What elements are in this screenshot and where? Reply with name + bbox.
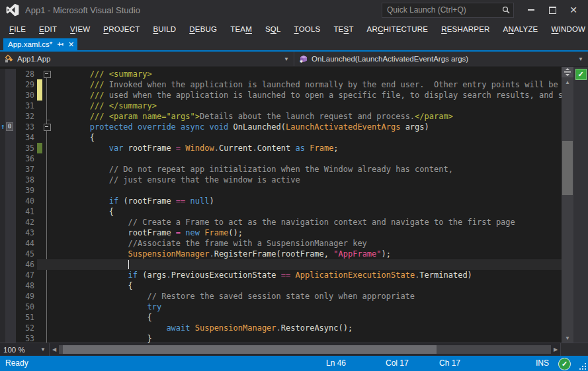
code-text[interactable]: // Do not repeat app initialization when… — [52, 164, 562, 175]
code-line-51[interactable]: 51 { — [0, 312, 562, 323]
code-text[interactable]: { — [52, 206, 562, 217]
code-text[interactable]: // Restore the saved session state only … — [52, 291, 562, 302]
menu-item-resharper[interactable]: RESHARPER — [435, 25, 496, 33]
code-line-32[interactable]: 32 /// <param name="args">Details about … — [0, 111, 562, 122]
breakpoint-margin[interactable] — [0, 302, 5, 312]
code-line-37[interactable]: 37 // Do not repeat app initialization w… — [0, 164, 562, 175]
breakpoint-margin[interactable] — [0, 185, 5, 196]
menu-item-tools[interactable]: TOOLS — [288, 25, 327, 33]
menu-item-view[interactable]: VIEW — [63, 25, 97, 33]
menu-item-file[interactable]: FILE — [3, 25, 32, 33]
code-text[interactable]: { — [52, 312, 562, 323]
menu-item-build[interactable]: BUILD — [146, 25, 183, 33]
code-text[interactable]: { — [52, 132, 562, 143]
breakpoint-margin[interactable] — [0, 249, 5, 259]
horizontal-scroll-track[interactable] — [59, 345, 551, 354]
breakpoint-margin[interactable] — [0, 323, 5, 333]
code-line-48[interactable]: 48 { — [0, 280, 562, 291]
breakpoint-margin[interactable] — [0, 259, 5, 270]
menu-item-test[interactable]: TEST — [327, 25, 360, 33]
menu-item-window[interactable]: WINDOW — [544, 25, 588, 33]
menu-item-project[interactable]: PROJECT — [97, 25, 146, 33]
quick-launch-input[interactable]: Quick Launch (Ctrl+Q) — [382, 3, 514, 18]
code-line-46[interactable]: 46 — [0, 259, 562, 270]
code-line-33[interactable]: ↑033 protected override async void OnLau… — [0, 122, 562, 132]
code-text[interactable] — [52, 153, 562, 164]
scroll-left-arrow[interactable]: ◀ — [50, 343, 59, 356]
type-dropdown[interactable]: App1.App ▼ — [0, 52, 294, 66]
menu-item-debug[interactable]: DEBUG — [183, 25, 224, 33]
breakpoint-margin[interactable] — [0, 79, 5, 90]
collapse-region-button[interactable] — [44, 71, 51, 78]
code-text[interactable]: { — [52, 280, 562, 291]
member-dropdown[interactable]: ✱ OnLaunched(LaunchActivatedEventArgs ar… — [294, 52, 588, 66]
menu-item-team[interactable]: TEAM — [224, 25, 259, 33]
resize-grip[interactable] — [579, 363, 587, 370]
code-text[interactable]: /// <param name="args">Details about the… — [52, 111, 562, 122]
menu-item-edit[interactable]: EDIT — [32, 25, 63, 33]
code-text[interactable]: /// <summary> — [52, 69, 562, 79]
code-text[interactable]: } — [52, 333, 562, 343]
vertical-scrollbar[interactable]: ▲ ▼ — [562, 67, 573, 343]
code-text[interactable]: // Create a Frame to act as the navigati… — [52, 217, 562, 227]
code-text[interactable]: if (rootFrame == null) — [52, 196, 562, 206]
code-line-40[interactable]: 40 if (rootFrame == null) — [0, 196, 562, 206]
tab-app-xaml-cs[interactable]: App.xaml.cs* ✕ — [3, 38, 77, 50]
menu-item-analyze[interactable]: ANALYZE — [497, 25, 545, 33]
code-text[interactable]: try — [52, 302, 562, 312]
editor-text-area[interactable]: 28 /// <summary>29 /// Invoked when the … — [0, 67, 562, 343]
code-line-39[interactable]: 39 — [0, 185, 562, 196]
code-text[interactable]: SuspensionManager.RegisterFrame(rootFram… — [52, 249, 562, 259]
maximize-button[interactable] — [542, 1, 563, 19]
close-icon[interactable]: ✕ — [68, 41, 74, 48]
scroll-down-arrow[interactable]: ▼ — [562, 333, 573, 343]
code-line-53[interactable]: 53 } — [0, 333, 562, 343]
code-text[interactable]: await SuspensionManager.RestoreAsync(); — [52, 323, 562, 333]
file-status-ok-icon[interactable]: ✓ — [575, 69, 587, 80]
code-line-28[interactable]: 28 /// <summary> — [0, 69, 562, 79]
breakpoint-margin[interactable] — [0, 164, 5, 175]
scroll-up-arrow[interactable]: ▲ — [562, 77, 573, 87]
breakpoint-margin[interactable] — [0, 333, 5, 343]
breakpoint-margin[interactable] — [0, 111, 5, 122]
pin-icon[interactable] — [57, 40, 63, 48]
menu-item-architecture[interactable]: ARCHITECTURE — [360, 25, 435, 33]
code-line-50[interactable]: 50 try — [0, 302, 562, 312]
code-line-42[interactable]: 42 // Create a Frame to act as the navig… — [0, 217, 562, 227]
code-line-30[interactable]: 30 /// used when the application is laun… — [0, 90, 562, 101]
close-button[interactable]: ✕ — [563, 1, 584, 19]
code-text[interactable] — [52, 259, 562, 270]
code-text[interactable]: var rootFrame = Window.Current.Content a… — [52, 143, 562, 153]
collapse-region-button[interactable] — [44, 124, 51, 131]
code-line-44[interactable]: 44 //Associate the frame with a Suspensi… — [0, 238, 562, 249]
code-line-41[interactable]: 41 { — [0, 206, 562, 217]
code-line-35[interactable]: 35 var rootFrame = Window.Current.Conten… — [0, 143, 562, 153]
breakpoint-margin[interactable] — [0, 132, 5, 143]
breakpoint-margin[interactable] — [0, 227, 5, 238]
vertical-scroll-track[interactable] — [562, 87, 573, 333]
breakpoint-margin[interactable] — [0, 175, 5, 185]
code-text[interactable]: //Associate the frame with a SuspensionM… — [52, 238, 562, 249]
code-text[interactable]: rootFrame = new Frame(); — [52, 227, 562, 238]
breakpoint-margin[interactable] — [0, 206, 5, 217]
breakpoint-margin[interactable] — [0, 90, 5, 101]
code-line-45[interactable]: 45 SuspensionManager.RegisterFrame(rootF… — [0, 249, 562, 259]
search-icon[interactable] — [499, 6, 513, 14]
code-line-47[interactable]: 47 if (args.PreviousExecutionState == Ap… — [0, 270, 562, 280]
breakpoint-margin[interactable] — [0, 153, 5, 164]
code-line-49[interactable]: 49 // Restore the saved session state on… — [0, 291, 562, 302]
code-line-52[interactable]: 52 await SuspensionManager.RestoreAsync(… — [0, 323, 562, 333]
code-line-38[interactable]: 38 // just ensure that the window is act… — [0, 175, 562, 185]
breakpoint-margin[interactable] — [0, 280, 5, 291]
code-line-43[interactable]: 43 rootFrame = new Frame(); — [0, 227, 562, 238]
breakpoint-margin[interactable] — [0, 101, 5, 111]
horizontal-scroll-thumb[interactable] — [63, 345, 437, 354]
breakpoint-margin[interactable] — [0, 217, 5, 227]
breakpoint-margin[interactable] — [0, 69, 5, 79]
breakpoint-margin[interactable] — [0, 143, 5, 153]
breakpoint-margin[interactable] — [0, 238, 5, 249]
menu-item-sql[interactable]: SQL — [259, 25, 288, 33]
scroll-right-arrow[interactable]: ▶ — [551, 343, 560, 356]
vertical-scroll-thumb[interactable] — [562, 141, 573, 195]
code-text[interactable]: if (args.PreviousExecutionState == Appli… — [52, 270, 562, 280]
